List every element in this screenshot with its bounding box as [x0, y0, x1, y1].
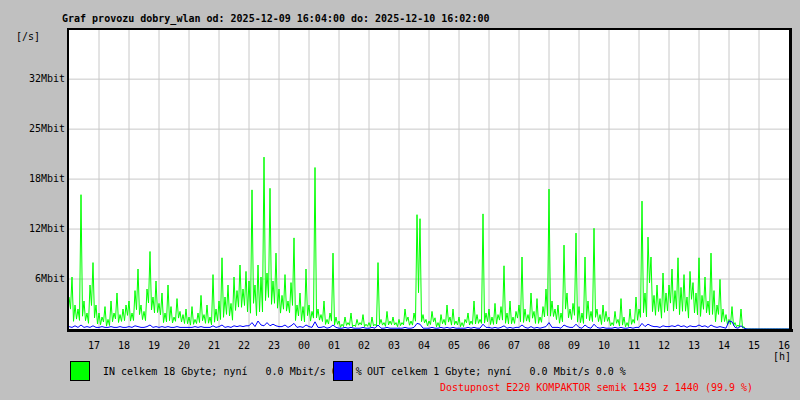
x-tick-label: 21	[203, 340, 225, 352]
x-tick-label: 17	[83, 340, 105, 352]
x-tick-label: 06	[473, 340, 495, 352]
x-tick-label: 00	[293, 340, 315, 352]
x-tick-label: 08	[533, 340, 555, 352]
y-tick-label: 18Mbit	[0, 173, 65, 185]
x-tick-label: 02	[353, 340, 375, 352]
x-tick-label: 01	[323, 340, 345, 352]
x-tick-label: 18	[113, 340, 135, 352]
x-tick-label: 12	[653, 340, 675, 352]
x-tick-label: 11	[623, 340, 645, 352]
x-tick-label: 19	[143, 340, 165, 352]
y-tick-label: 32Mbit	[0, 73, 65, 85]
x-tick-label: 20	[173, 340, 195, 352]
y-tick-label: 25Mbit	[0, 123, 65, 135]
x-axis-unit-label: [h]	[770, 351, 794, 363]
x-tick-label: 07	[503, 340, 525, 352]
x-tick-label: 10	[593, 340, 615, 352]
legend-out-label: OUT celkem 1 Gbyte; nyní 0.0 Mbit/s 0.0 …	[367, 366, 626, 378]
mrtg-traffic-graph-page: Graf provozu dobry_wlan od: 2025-12-09 1…	[0, 0, 800, 400]
x-tick-label: 15	[743, 340, 765, 352]
x-tick-label: 13	[683, 340, 705, 352]
x-tick-label: 22	[233, 340, 255, 352]
y-tick-label: 6Mbit	[0, 273, 65, 285]
x-tick-label: 04	[413, 340, 435, 352]
x-tick-label: 09	[563, 340, 585, 352]
y-tick-label: 12Mbit	[0, 223, 65, 235]
x-tick-label: 05	[443, 340, 465, 352]
legend-out-swatch	[333, 361, 353, 381]
legend-in-label: IN celkem 18 Gbyte; nyní 0.0 Mbit/s 0.0 …	[103, 366, 362, 378]
x-tick-label: 14	[713, 340, 735, 352]
x-tick-label: 03	[383, 340, 405, 352]
legend-in-swatch	[70, 361, 90, 381]
availability-status-text: Dostupnost E220 KOMPAKTOR semik 1439 z 1…	[440, 382, 753, 394]
x-tick-label: 23	[263, 340, 285, 352]
